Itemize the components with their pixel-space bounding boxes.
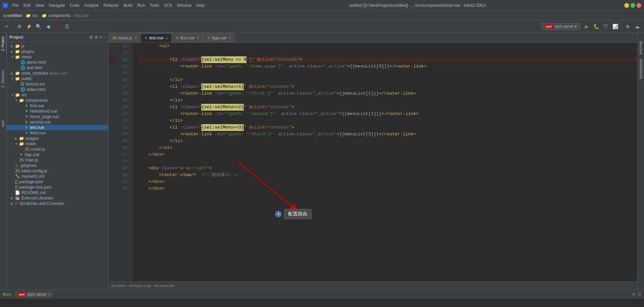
project-icon-cog[interactable]: ⚙ xyxy=(89,35,93,40)
menu-navigate[interactable]: Navigate xyxy=(47,2,67,8)
project-icon-gear[interactable]: ⚙ xyxy=(94,35,98,40)
tree-item-babel[interactable]: JS babel.config.js xyxy=(7,168,108,174)
tree-item-app-vue[interactable]: ▼ App.vue xyxy=(7,152,108,157)
tree-item-router-js[interactable]: JS router.js xyxy=(7,147,108,152)
menu-help[interactable]: Help xyxy=(194,2,207,8)
project-icon-plus[interactable]: + xyxy=(99,35,102,40)
menu-edit[interactable]: Edit xyxy=(21,2,33,8)
sidebar-tab-npm[interactable]: npm xyxy=(0,118,7,130)
menu-build[interactable]: Build xyxy=(122,2,135,8)
toolbar-btn-1[interactable]: ⟳ xyxy=(3,22,11,31)
tab-close-icon[interactable]: ✕ xyxy=(228,36,231,40)
menu-refactor[interactable]: Refactor xyxy=(102,2,121,8)
tab-router-js[interactable]: JS router.js ✕ xyxy=(109,33,141,42)
tree-item-plugins[interactable]: ▶ 📁 plugins xyxy=(7,49,108,54)
tree-item-gitignore[interactable]: ⊙ .gitignore xyxy=(7,163,108,168)
toolbar-btn-5[interactable]: ◀ xyxy=(44,22,52,31)
menu-window[interactable]: Window xyxy=(175,2,194,8)
close-button[interactable]: ✕ xyxy=(637,3,641,8)
tree-item-external-libs[interactable]: ▶ 📚 External Libraries xyxy=(7,195,108,201)
run-close-icon[interactable]: × xyxy=(48,292,50,297)
tree-item-readme[interactable]: 📄 README.md xyxy=(7,190,108,195)
minimize-button[interactable]: — xyxy=(624,3,629,8)
run-config-dropdown-icon[interactable]: ▾ xyxy=(575,24,577,29)
menu-code[interactable]: Code xyxy=(68,2,81,8)
tree-item-third-vue[interactable]: ▼ third.vue xyxy=(7,130,108,136)
toolbar-btn-2[interactable]: ⚙ xyxy=(15,22,23,31)
sidebar-tab-project[interactable]: 1: Project xyxy=(0,34,7,54)
tab-first-vue[interactable]: ▼ first.vue ✕ xyxy=(172,33,203,42)
toolbar-btn-8[interactable]: ☁ xyxy=(633,22,641,31)
tree-item-package-lock[interactable]: {} package-lock.json xyxy=(7,185,108,190)
tree-item-views[interactable]: ▼ 📁 views xyxy=(7,54,108,60)
tree-item-index-html[interactable]: 🌐 index.html xyxy=(7,87,108,92)
toolbar-btn-6[interactable]: ☰ xyxy=(63,22,71,31)
gutter-26 xyxy=(109,145,115,151)
code-line-20: <li :class="{sel:selMenu==2}" @click="ch… xyxy=(138,104,637,111)
tab-close-icon[interactable]: ✕ xyxy=(165,36,168,40)
toolbar-btn-4[interactable]: 🔍 xyxy=(34,22,42,31)
menu-tools[interactable]: Tools xyxy=(148,2,161,8)
window-controls[interactable]: — □ ✕ xyxy=(624,3,641,8)
maximize-button[interactable]: □ xyxy=(630,3,635,8)
tree-item-first-vue[interactable]: ▼ first.vue xyxy=(7,103,108,109)
tree-item-scratches[interactable]: ▶ ✏ Scratches and Consoles xyxy=(7,201,108,206)
bottom-icon-settings[interactable]: ⚙ xyxy=(632,292,636,297)
lib-icon: 📚 xyxy=(15,196,20,200)
code-line-30: <router-view/> <!--路由展示--> xyxy=(138,172,637,178)
coverage-button[interactable]: ⛉ xyxy=(602,22,610,31)
code-editor[interactable]: 11 12 13 14 15 16 17 18 19 20 21 22 23 2… xyxy=(109,43,637,281)
tree-item-test-vue[interactable]: ▼ test.vue xyxy=(7,125,108,130)
tree-item-hello-world[interactable]: ▼ HelloWorld.vue xyxy=(7,109,108,114)
profile-button[interactable]: 📊 xyxy=(611,22,619,31)
gutter-17 xyxy=(109,83,115,90)
menu-file[interactable]: File xyxy=(10,2,21,8)
tab-app-vue[interactable]: ▼ App.vue ✕ xyxy=(203,33,235,42)
tree-item-test-html[interactable]: 🌐 test.html xyxy=(7,65,108,71)
bottom-run-config[interactable]: npm npm serve × xyxy=(15,291,53,298)
tree-item-iml[interactable]: 🔧 myvue01.iml xyxy=(7,174,108,179)
run-config-selector[interactable]: npm npm serve ▾ xyxy=(541,23,580,30)
menu-bar[interactable]: File Edit View Navigate Code Analyze Ref… xyxy=(10,2,207,8)
code-text[interactable]: <ul> <li :class="{sel:selMenu == 0 }" @c… xyxy=(132,43,637,281)
tree-item-main-js[interactable]: JS main.js xyxy=(7,157,108,163)
menu-run[interactable]: Run xyxy=(135,2,147,8)
tree-item-label: package-lock.json xyxy=(19,185,52,190)
menu-view[interactable]: View xyxy=(33,2,46,8)
sidebar-tab-structure[interactable]: Z: Structure xyxy=(0,67,7,90)
breadcrumb-project[interactable]: untitled xyxy=(7,13,22,18)
tab-test-vue[interactable]: ▼ test.vue ✕ xyxy=(141,33,172,42)
toolbar-btn-7[interactable]: ⊕ xyxy=(624,22,632,31)
tree-item-components[interactable]: ▼ 📁 components xyxy=(7,98,108,103)
tree-item-package-json[interactable]: {} package.json xyxy=(7,179,108,185)
gutter-12 xyxy=(109,50,115,56)
run-button[interactable]: ▶ xyxy=(583,22,591,31)
gutter-20 xyxy=(109,104,115,111)
toolbar-btn-3[interactable]: ⚡ xyxy=(25,22,33,31)
right-scrollbar-indicator[interactable] xyxy=(640,59,642,79)
tree-item-router-folder[interactable]: ▼ 📁 router xyxy=(7,141,108,147)
tree-item-src[interactable]: ▼ 📁 src xyxy=(7,92,108,98)
menu-analyze[interactable]: Analyze xyxy=(82,2,101,8)
tree-item-js-folder[interactable]: ▶ 📁 js xyxy=(7,43,108,49)
bottom-icon-layout[interactable]: ☰ xyxy=(638,292,641,297)
tree-item-public[interactable]: ▼ 📁 public xyxy=(7,76,108,81)
tree-item-demo-html[interactable]: 🌐 demo.html xyxy=(7,60,108,65)
tab-close-icon[interactable]: ✕ xyxy=(197,36,199,40)
menu-vcs[interactable]: VCS xyxy=(162,2,174,8)
tree-item-images[interactable]: ▶ 📁 images xyxy=(7,136,108,141)
breadcrumb-components[interactable]: components xyxy=(48,13,70,18)
project-icon-minus[interactable]: − xyxy=(103,35,106,40)
breadcrumb-file[interactable]: test.vue xyxy=(75,13,89,18)
right-tab-structure[interactable]: Structure xyxy=(636,39,644,56)
tree-item-second-vue[interactable]: ▼ second.vue xyxy=(7,119,108,125)
tree-item-node-modules[interactable]: ▶ 📁 node_modules library root xyxy=(7,71,108,76)
tree-extra-label: library root xyxy=(50,71,67,75)
tree-item-favicon[interactable]: 🖼 favicon.ico xyxy=(7,81,108,87)
debug-button[interactable]: 🐛 xyxy=(592,22,600,31)
tree-item-label: demo.html xyxy=(27,60,46,65)
tab-close-icon[interactable]: ✕ xyxy=(134,36,137,40)
toolbar-btn-stop[interactable]: ■ xyxy=(53,22,61,31)
breadcrumb-src[interactable]: src xyxy=(32,13,38,18)
tree-item-home-page[interactable]: ▼ home_page.vue xyxy=(7,114,108,119)
